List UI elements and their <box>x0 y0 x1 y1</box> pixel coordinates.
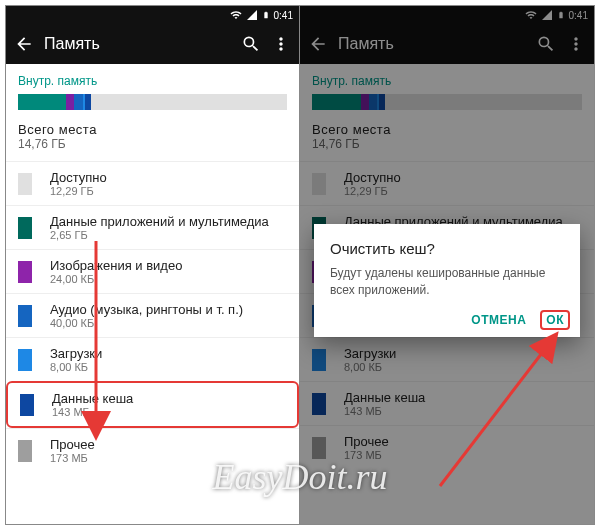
status-bar: 0:41 <box>6 6 299 24</box>
swatch-icon <box>18 440 32 462</box>
item-value: 8,00 КБ <box>50 361 102 373</box>
clear-cache-dialog: Очистить кеш? Будут удалены кешированные… <box>314 224 580 337</box>
item-label: Аудио (музыка, рингтоны и т. п.) <box>50 302 243 317</box>
total-label: Всего места <box>18 122 287 137</box>
item-label: Прочее <box>50 437 95 452</box>
swatch-icon <box>18 261 32 283</box>
ok-button[interactable]: ОК <box>540 310 570 330</box>
storage-item[interactable]: Данные приложений и мультимедиа2,65 ГБ <box>6 205 299 249</box>
item-label: Данные приложений и мультимедиа <box>50 214 269 229</box>
total-row: Всего места 14,76 ГБ <box>6 122 299 161</box>
swatch-icon <box>18 349 32 371</box>
battery-icon <box>262 9 270 21</box>
total-value: 14,76 ГБ <box>18 137 287 151</box>
back-icon[interactable] <box>14 34 34 54</box>
swatch-icon <box>18 173 32 195</box>
storage-item[interactable]: Доступно12,29 ГБ <box>6 161 299 205</box>
item-value: 24,00 КБ <box>50 273 182 285</box>
screenshot-before: 0:41 Память Внутр. память Всего места 14… <box>6 6 300 524</box>
item-label: Доступно <box>50 170 107 185</box>
item-label: Данные кеша <box>52 391 133 406</box>
storage-item[interactable]: Загрузки8,00 КБ <box>6 337 299 381</box>
storage-item[interactable]: Изображения и видео24,00 КБ <box>6 249 299 293</box>
item-label: Изображения и видео <box>50 258 182 273</box>
storage-item[interactable]: Прочее173 МБ <box>6 428 299 472</box>
dialog-message: Будут удалены кешированные данные всех п… <box>330 265 564 299</box>
screenshot-after: 0:41 Память Внутр. память Всего места 14… <box>300 6 594 524</box>
cancel-button[interactable]: ОТМЕНА <box>471 313 526 327</box>
appbar-title: Память <box>44 35 231 53</box>
item-label: Загрузки <box>50 346 102 361</box>
item-value: 12,29 ГБ <box>50 185 107 197</box>
item-value: 40,00 КБ <box>50 317 243 329</box>
storage-content: Внутр. память Всего места 14,76 ГБ Досту… <box>6 64 299 472</box>
storage-item[interactable]: Аудио (музыка, рингтоны и т. п.)40,00 КБ <box>6 293 299 337</box>
swatch-icon <box>18 217 32 239</box>
signal-icon <box>246 9 258 21</box>
app-bar: Память <box>6 24 299 64</box>
item-value: 2,65 ГБ <box>50 229 269 241</box>
wifi-icon <box>230 9 242 21</box>
item-value: 143 МБ <box>52 406 133 418</box>
search-icon[interactable] <box>241 34 261 54</box>
overflow-icon[interactable] <box>271 34 291 54</box>
swatch-icon <box>20 394 34 416</box>
swatch-icon <box>18 305 32 327</box>
status-time: 0:41 <box>274 10 293 21</box>
section-label: Внутр. память <box>6 64 299 94</box>
usage-bar <box>18 94 287 110</box>
storage-item[interactable]: Данные кеша143 МБ <box>6 381 299 428</box>
item-value: 173 МБ <box>50 452 95 464</box>
dialog-title: Очистить кеш? <box>330 240 564 257</box>
